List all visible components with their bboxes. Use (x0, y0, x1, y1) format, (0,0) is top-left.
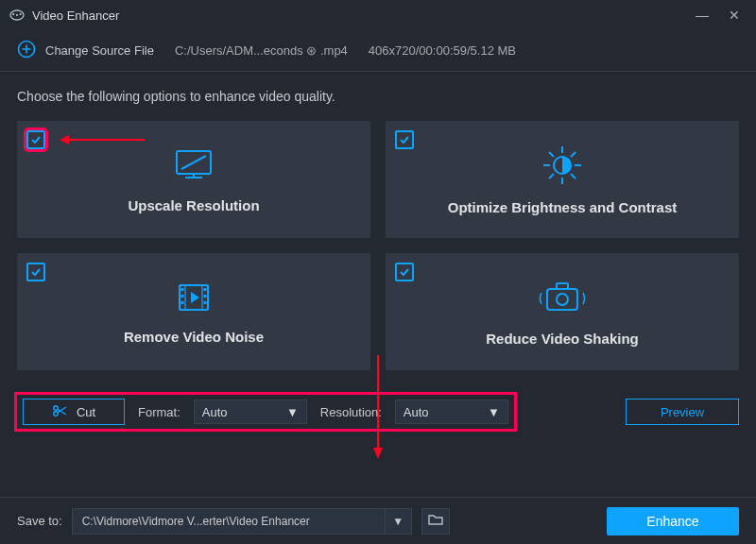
card-reduce-shaking[interactable]: Reduce Video Shaking (386, 253, 739, 370)
close-button[interactable]: ✕ (722, 8, 747, 23)
annotation-arrow-icon (60, 134, 145, 145)
enhance-button[interactable]: Enhance (607, 507, 739, 536)
monitor-icon (170, 146, 217, 184)
svg-line-19 (571, 174, 576, 178)
card-label: Reduce Video Shaking (486, 331, 638, 347)
brightness-icon (539, 144, 586, 186)
svg-line-18 (549, 152, 554, 157)
card-upscale-resolution[interactable]: Upscale Resolution (17, 121, 370, 238)
card-brightness-contrast[interactable]: Optimize Brightness and Contrast (386, 121, 739, 238)
topbar: Change Source File C:/Users/ADM...econds… (0, 30, 756, 72)
svg-point-3 (20, 13, 22, 15)
save-path-dropdown[interactable]: ▼ (385, 509, 411, 534)
checkbox-noise[interactable] (26, 263, 45, 281)
format-label: Format: (138, 405, 180, 419)
camera-shake-icon (536, 278, 589, 317)
format-value: Auto (202, 405, 228, 419)
svg-rect-30 (204, 301, 207, 304)
save-to-label: Save to: (17, 514, 62, 528)
svg-rect-33 (557, 283, 568, 289)
resolution-select[interactable]: Auto ▼ (395, 400, 508, 424)
controls-row: Cut Format: Auto ▼ Resolution: Auto ▼ Pr… (17, 395, 739, 429)
svg-rect-26 (181, 295, 184, 298)
checkbox-brightness[interactable] (395, 130, 414, 149)
svg-rect-29 (204, 295, 207, 298)
chevron-down-icon: ▼ (286, 405, 299, 419)
save-path-text: C:\Vidmore\Vidmore V...erter\Video Enhan… (73, 515, 385, 528)
svg-rect-32 (547, 289, 577, 310)
browse-folder-button[interactable] (421, 508, 450, 535)
checkbox-upscale[interactable] (26, 130, 45, 149)
svg-point-34 (557, 294, 568, 305)
svg-marker-36 (373, 448, 383, 459)
format-select[interactable]: Auto ▼ (194, 400, 307, 424)
preview-button[interactable]: Preview (626, 399, 739, 425)
svg-point-2 (12, 13, 14, 15)
controls-group: Cut Format: Auto ▼ Resolution: Auto ▼ (17, 395, 514, 429)
resolution-label: Resolution: (320, 405, 382, 419)
svg-line-21 (571, 152, 576, 157)
cards-grid: Upscale Resolution Optimize Brightness a… (17, 121, 739, 370)
minimize-button[interactable]: — (690, 8, 714, 23)
svg-marker-31 (191, 292, 199, 303)
app-icon (9, 8, 25, 23)
checkbox-shaking[interactable] (395, 263, 414, 281)
source-meta: 406x720/00:00:59/5.12 MB (369, 43, 516, 58)
titlebar: Video Enhancer — ✕ (0, 0, 756, 30)
svg-rect-27 (181, 301, 184, 304)
svg-marker-8 (60, 135, 69, 144)
save-path-field: C:\Vidmore\Vidmore V...erter\Video Enhan… (72, 508, 412, 535)
folder-icon (428, 513, 443, 529)
svg-rect-25 (181, 288, 184, 291)
card-label: Upscale Resolution (128, 197, 259, 213)
svg-line-10 (181, 156, 206, 169)
change-source-button[interactable]: Change Source File (17, 40, 154, 61)
cut-label: Cut (77, 405, 95, 419)
card-label: Optimize Brightness and Contrast (448, 199, 678, 215)
content: Choose the following options to enhance … (0, 72, 756, 446)
svg-rect-28 (204, 288, 207, 291)
svg-point-1 (16, 14, 18, 16)
window-title: Video Enhancer (32, 8, 119, 23)
cut-button[interactable]: Cut (23, 399, 125, 425)
resolution-value: Auto (404, 405, 429, 419)
card-label: Remove Video Noise (124, 329, 264, 345)
chevron-down-icon: ▼ (392, 515, 404, 528)
chevron-down-icon: ▼ (488, 405, 500, 419)
change-source-label: Change Source File (45, 43, 154, 58)
source-path: C:/Users/ADM...econds ⊛ .mp4 (175, 43, 348, 58)
film-icon (170, 280, 217, 315)
scissors-icon (52, 404, 67, 420)
svg-line-20 (549, 174, 554, 178)
instruction: Choose the following options to enhance … (17, 89, 739, 104)
add-circle-icon (17, 40, 36, 61)
footer: Save to: C:\Vidmore\Vidmore V...erter\Vi… (0, 497, 756, 544)
card-remove-noise[interactable]: Remove Video Noise (17, 253, 370, 370)
